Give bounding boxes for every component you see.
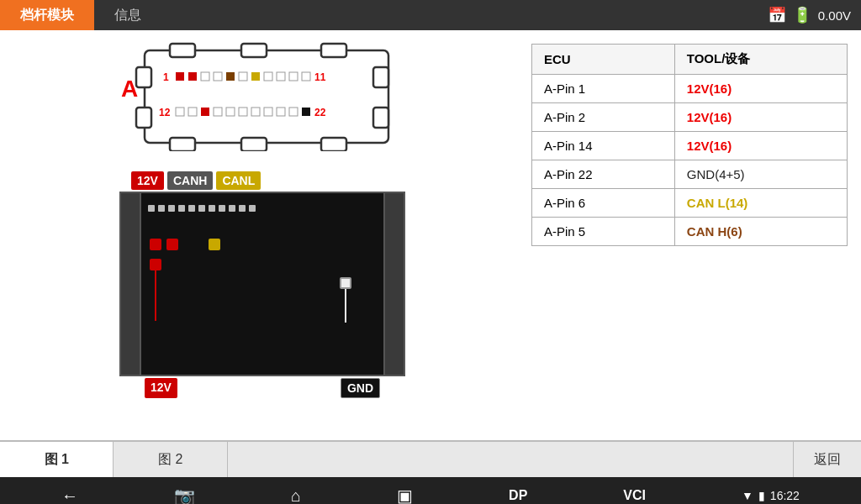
table-row: A-Pin 1412V(16) xyxy=(532,132,848,160)
label-gnd: GND xyxy=(341,378,380,398)
table-row: A-Pin 6CAN L(14) xyxy=(532,189,848,218)
header-active-label: 档杆模块 xyxy=(20,7,74,24)
svg-rect-18 xyxy=(251,72,260,81)
header-tab-active[interactable]: 档杆模块 xyxy=(0,0,94,30)
svg-rect-16 xyxy=(226,72,235,81)
dot-red-3 xyxy=(150,259,161,270)
taskbar: ← 📷 ⌂ ▣ DP VCI ▼ ▮ 16:22 xyxy=(0,477,861,504)
tab-1[interactable]: 图 1 xyxy=(0,442,114,477)
svg-rect-17 xyxy=(239,72,247,81)
label-canh: CANH xyxy=(167,171,213,190)
svg-rect-20 xyxy=(277,72,285,81)
table-cell-value: 12V(16) xyxy=(674,103,847,132)
dot-yellow xyxy=(209,239,220,250)
svg-rect-12 xyxy=(176,72,184,81)
svg-rect-13 xyxy=(188,72,197,81)
svg-rect-15 xyxy=(214,72,222,81)
svg-rect-33 xyxy=(277,108,285,116)
svg-rect-8 xyxy=(136,108,151,128)
table-cell-pin: A-Pin 2 xyxy=(532,103,675,132)
info-table: ECU TOOL/设备 A-Pin 112V(16)A-Pin 212V(16)… xyxy=(531,44,848,246)
header-right: 📅 🔋 0.00V xyxy=(768,6,861,24)
svg-text:11: 11 xyxy=(314,71,326,83)
table-header-tool: TOOL/设备 xyxy=(674,45,847,75)
svg-rect-1 xyxy=(170,44,195,57)
svg-rect-26 xyxy=(188,108,197,116)
connector-photo xyxy=(119,192,405,376)
calendar-icon: 📅 xyxy=(768,6,786,24)
svg-rect-30 xyxy=(239,108,247,116)
dot-red-2 xyxy=(166,239,178,250)
svg-rect-3 xyxy=(321,44,346,57)
line-12v xyxy=(155,270,156,321)
table-cell-value: CAN L(14) xyxy=(674,189,847,218)
svg-rect-5 xyxy=(241,138,267,151)
svg-rect-19 xyxy=(264,72,272,81)
table-row: A-Pin 22GND(4+5) xyxy=(532,160,848,189)
line-gnd xyxy=(345,289,346,323)
svg-rect-28 xyxy=(214,108,222,116)
label-12v-bottom: 12V xyxy=(145,378,177,398)
table-cell-pin: A-Pin 1 xyxy=(532,75,675,103)
dot-white xyxy=(340,277,351,289)
table-cell-pin: A-Pin 6 xyxy=(532,189,675,218)
svg-rect-21 xyxy=(289,72,298,81)
svg-rect-9 xyxy=(373,67,388,87)
connector-label-a: A xyxy=(121,76,138,102)
svg-rect-2 xyxy=(241,44,267,57)
connector-svg: 1 xyxy=(119,42,405,151)
header-tab-inactive[interactable]: 信息 xyxy=(94,0,768,30)
wifi-icon: ▼ xyxy=(742,489,753,502)
svg-text:12: 12 xyxy=(159,107,171,118)
camera-icon[interactable]: 📷 xyxy=(174,486,195,504)
vci-label[interactable]: VCI xyxy=(623,488,646,503)
table-cell-value: 12V(16) xyxy=(674,75,847,103)
table-cell-value: GND(4+5) xyxy=(674,160,847,189)
table-cell-pin: A-Pin 14 xyxy=(532,132,675,160)
voltage-display: 0.00V xyxy=(818,8,851,23)
table-cell-value: 12V(16) xyxy=(674,132,847,160)
bottom-tabs: 图 1 图 2 返回 xyxy=(0,440,861,477)
table-cell-pin: A-Pin 22 xyxy=(532,160,675,189)
svg-rect-25 xyxy=(176,108,184,116)
home-icon[interactable]: ⌂ xyxy=(291,486,301,505)
svg-rect-32 xyxy=(264,108,272,116)
svg-rect-29 xyxy=(226,108,235,116)
battery-icon: 🔋 xyxy=(793,6,811,24)
svg-rect-27 xyxy=(201,108,209,116)
back-arrow-icon[interactable]: ← xyxy=(61,486,78,505)
label-canl: CANL xyxy=(216,171,261,190)
dp-label[interactable]: DP xyxy=(509,488,527,503)
tab-2[interactable]: 图 2 xyxy=(114,442,227,477)
main-content: A 1 xyxy=(0,30,861,440)
svg-text:1: 1 xyxy=(163,71,169,83)
svg-rect-22 xyxy=(302,72,310,81)
svg-rect-0 xyxy=(145,50,388,143)
photo-section: 12V CANH CANL xyxy=(119,192,405,376)
battery-taskbar-icon: ▮ xyxy=(758,489,765,502)
svg-text:22: 22 xyxy=(314,107,326,118)
svg-rect-34 xyxy=(289,108,298,116)
table-row: A-Pin 212V(16) xyxy=(532,103,848,132)
dot-red-1 xyxy=(150,239,161,250)
tab-spacer xyxy=(228,442,794,477)
header-inactive-label: 信息 xyxy=(114,7,141,24)
table-row: A-Pin 112V(16) xyxy=(532,75,848,103)
right-panel: ECU TOOL/设备 A-Pin 112V(16)A-Pin 212V(16)… xyxy=(525,30,861,440)
time-display: 16:22 xyxy=(770,489,800,502)
svg-rect-7 xyxy=(136,67,151,87)
copy-icon[interactable]: ▣ xyxy=(397,486,413,504)
connector-diagram: A 1 xyxy=(119,42,405,155)
svg-rect-6 xyxy=(321,138,346,151)
header: 档杆模块 信息 📅 🔋 0.00V xyxy=(0,0,861,30)
table-row: A-Pin 5CAN H(6) xyxy=(532,218,848,246)
table-cell-value: CAN H(6) xyxy=(674,218,847,246)
svg-rect-14 xyxy=(201,72,209,81)
svg-rect-10 xyxy=(373,108,388,128)
left-panel: A 1 xyxy=(0,30,525,440)
svg-rect-31 xyxy=(251,108,260,116)
table-header-ecu: ECU xyxy=(532,45,675,75)
taskbar-right: ▼ ▮ 16:22 xyxy=(742,489,800,502)
tab-back[interactable]: 返回 xyxy=(794,442,861,477)
table-cell-pin: A-Pin 5 xyxy=(532,218,675,246)
